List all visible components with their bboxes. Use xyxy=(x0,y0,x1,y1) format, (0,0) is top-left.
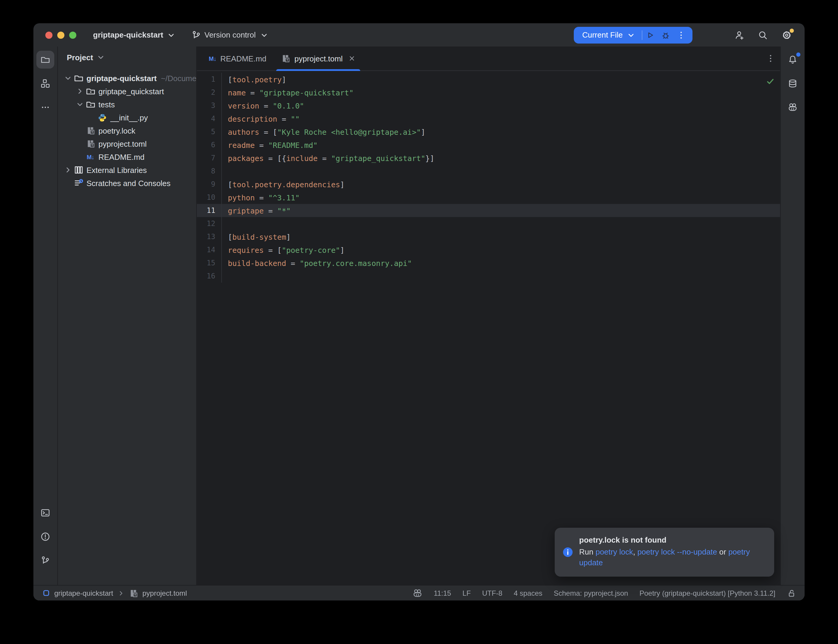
chevron-right-icon[interactable] xyxy=(62,165,73,175)
status-item[interactable]: LF xyxy=(463,589,471,597)
search-everywhere-button[interactable] xyxy=(754,26,771,43)
status-item[interactable]: 4 spaces xyxy=(514,589,542,597)
tree-item-label: External Libraries xyxy=(87,166,147,174)
code-line-15[interactable]: 15build-backend = "poetry.core.masonry.a… xyxy=(197,256,780,269)
info-icon xyxy=(562,536,573,568)
left-tool-strip xyxy=(33,46,58,585)
problems-tool-button[interactable] xyxy=(36,528,54,545)
terminal-tool-button[interactable] xyxy=(36,504,54,522)
code-line-10[interactable]: 10python = "^3.11" xyxy=(197,191,780,204)
breadcrumb-separator-icon xyxy=(117,590,124,596)
code-editor[interactable]: 1[tool.poetry]2name = "griptape-quicksta… xyxy=(197,71,780,585)
settings-button[interactable] xyxy=(778,26,795,43)
run-more-button[interactable] xyxy=(674,27,689,43)
run-configuration-selector[interactable]: Current File xyxy=(582,30,642,39)
chevron-down-icon[interactable] xyxy=(62,73,73,83)
project-panel-header[interactable]: Project xyxy=(58,46,196,68)
notifications-tool-button[interactable] xyxy=(784,51,802,69)
code-line-12[interactable]: 12 xyxy=(197,217,780,230)
breadcrumb: griptape-quickstart pyproject.toml xyxy=(42,588,187,598)
code-text: build-backend = "poetry.core.masonry.api… xyxy=(222,258,412,268)
breadcrumb-project[interactable]: griptape-quickstart xyxy=(54,589,113,597)
structure-tool-button[interactable] xyxy=(36,74,54,92)
code-line-11[interactable]: 11griptape = "*" xyxy=(197,204,780,217)
project-tree: griptape-quickstart~/Documegriptape_quic… xyxy=(58,68,196,190)
tree-item-README.md[interactable]: M↓README.md xyxy=(58,150,196,163)
tab-pyproject.toml[interactable]: pyproject.toml xyxy=(273,46,362,71)
version-control-tool-button[interactable] xyxy=(36,552,54,570)
bell-icon xyxy=(788,55,797,64)
close-icon[interactable] xyxy=(348,55,355,62)
project-tool-button[interactable] xyxy=(36,51,54,69)
vcs-widget[interactable]: Version control xyxy=(191,30,269,39)
code-line-2[interactable]: 2name = "griptape-quickstart" xyxy=(197,86,780,99)
code-line-3[interactable]: 3version = "0.1.0" xyxy=(197,99,780,112)
database-tool-button[interactable] xyxy=(784,74,802,92)
code-line-5[interactable]: 5authors = ["Kyle Roche <hello@griptape.… xyxy=(197,125,780,138)
debug-button[interactable] xyxy=(658,27,674,43)
tree-item-tests[interactable]: tests xyxy=(58,98,196,111)
notification-link[interactable]: poetry lock --no-update xyxy=(637,547,717,556)
tree-item-label: poetry.lock xyxy=(99,126,135,135)
ai-assistant-tool-button[interactable] xyxy=(784,99,802,116)
notification-balloon[interactable]: poetry.lock is not found Run poetry lock… xyxy=(555,528,774,577)
project-switcher-label: griptape-quickstart xyxy=(93,30,163,39)
folder-icon xyxy=(41,55,50,64)
status-item[interactable]: Schema: pyproject.json xyxy=(554,589,628,597)
more-tool-windows-tool-button[interactable] xyxy=(36,99,54,116)
tree-item-Scratches and Consoles[interactable]: Scratches and Consoles xyxy=(58,176,196,190)
run-button[interactable] xyxy=(642,27,658,43)
minimize-window-button[interactable] xyxy=(57,31,64,38)
line-number: 7 xyxy=(197,151,222,164)
tree-item-pyproject.toml[interactable]: pyproject.toml xyxy=(58,137,196,150)
code-line-7[interactable]: 7packages = [{include = "griptape_quicks… xyxy=(197,151,780,164)
tree-item-label: griptape_quickstart xyxy=(99,87,164,96)
main-area: Project griptape-quickstart~/Documegript… xyxy=(33,46,805,585)
user-plus-icon xyxy=(734,30,744,39)
chevron-down-icon xyxy=(626,30,636,39)
tab-options-icon[interactable] xyxy=(766,54,776,63)
project-tool-window: Project griptape-quickstart~/Documegript… xyxy=(58,46,197,585)
code-line-6[interactable]: 6readme = "README.md" xyxy=(197,138,780,151)
notification-link[interactable]: poetry lock xyxy=(596,547,633,556)
zoom-window-button[interactable] xyxy=(69,31,76,38)
chevron-down-icon[interactable] xyxy=(74,100,85,109)
tree-item-griptape_quickstart[interactable]: griptape_quickstart xyxy=(58,85,196,98)
toml-icon xyxy=(281,54,290,63)
code-text: authors = ["Kyle Roche <hello@griptape.a… xyxy=(222,127,425,136)
run-widget-buttons xyxy=(642,27,689,43)
tree-item-poetry.lock[interactable]: poetry.lock xyxy=(58,124,196,137)
code-line-8[interactable]: 8 xyxy=(197,164,780,178)
tree-indent-spacer xyxy=(62,178,73,188)
status-item[interactable]: 11:15 xyxy=(434,589,451,597)
line-number: 8 xyxy=(197,164,222,178)
status-item[interactable]: Poetry (griptape-quickstart) [Python 3.1… xyxy=(639,589,776,597)
project-switcher[interactable]: griptape-quickstart xyxy=(93,30,176,39)
run-widget[interactable]: Current File xyxy=(574,26,692,43)
tree-item-__init__.py[interactable]: __init__.py xyxy=(58,111,196,124)
chevron-right-icon[interactable] xyxy=(74,87,85,96)
tree-item-External Libraries[interactable]: External Libraries xyxy=(58,163,196,176)
breadcrumb-file[interactable]: pyproject.toml xyxy=(142,589,187,597)
tree-indent-spacer xyxy=(74,126,85,135)
window-controls xyxy=(45,31,76,38)
code-line-4[interactable]: 4description = "" xyxy=(197,112,780,125)
markdown-icon: M↓ xyxy=(209,55,216,62)
code-text: [build-system] xyxy=(222,232,291,241)
ai-assistant-status-icon[interactable] xyxy=(413,588,422,598)
tab-README.md[interactable]: M↓README.md xyxy=(202,46,273,71)
code-text: name = "griptape-quickstart" xyxy=(222,88,353,97)
module-icon xyxy=(42,589,50,597)
close-window-button[interactable] xyxy=(45,31,53,38)
terminal-icon xyxy=(41,508,50,518)
code-line-1[interactable]: 1[tool.poetry] xyxy=(197,73,780,86)
tree-item-griptape-quickstart[interactable]: griptape-quickstart~/Docume xyxy=(58,72,196,85)
code-line-13[interactable]: 13[build-system] xyxy=(197,230,780,243)
inspection-check-icon[interactable] xyxy=(766,77,775,86)
code-line-9[interactable]: 9[tool.poetry.dependencies] xyxy=(197,178,780,191)
add-user-button[interactable] xyxy=(731,26,748,43)
status-item[interactable]: UTF-8 xyxy=(482,589,503,597)
code-line-14[interactable]: 14requires = ["poetry-core"] xyxy=(197,243,780,256)
code-line-16[interactable]: 16 xyxy=(197,269,780,283)
lock-open-icon[interactable] xyxy=(787,588,796,598)
